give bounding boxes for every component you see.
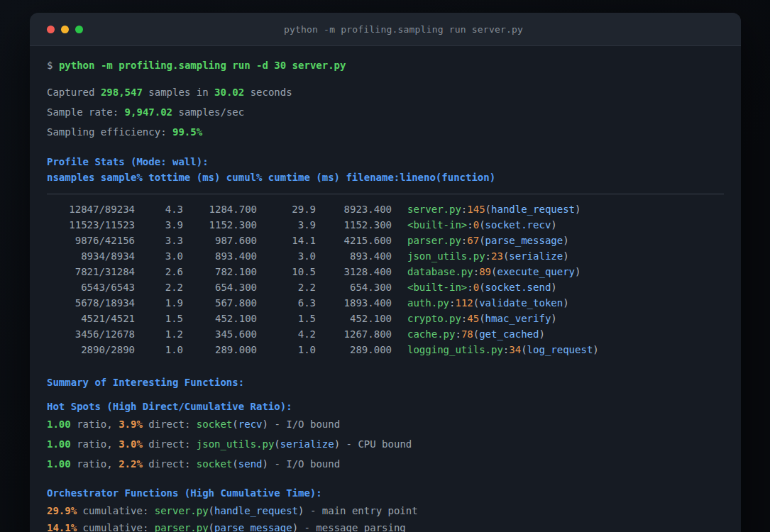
file-name: server.py — [407, 204, 461, 215]
role-note: - message parsing — [304, 522, 406, 532]
maximize-button-icon[interactable] — [75, 26, 83, 33]
table-row: 11523/115233.91152.3003.91152.300<built-… — [47, 217, 724, 233]
nsamples-cell: 12847/89234 — [47, 201, 135, 217]
hotspot-item: 1.00 ratio, 3.0% direct: json_utils.py(s… — [47, 436, 724, 452]
close-paren: ) — [551, 282, 556, 293]
cumtime-cell: 1152.300 — [316, 217, 392, 233]
sample-pct-cell: 4.3 — [135, 201, 183, 217]
close-paren: ) — [551, 313, 556, 324]
minimize-button-icon[interactable] — [61, 26, 69, 33]
file-name: database.py — [407, 266, 473, 277]
file-name: auth.py — [407, 297, 449, 309]
function-name: log_request — [527, 344, 593, 355]
sample-pct-cell: 3.0 — [135, 248, 183, 264]
sample-rate-line: Sample rate: 9,947.02 samples/sec — [47, 104, 724, 120]
function-name: hmac_verify — [485, 313, 551, 324]
close-paren: ) — [551, 219, 556, 231]
line-number: 0 — [473, 219, 479, 231]
sample-pct-cell: 2.6 — [135, 264, 183, 279]
cumtime-cell: 289.000 — [316, 342, 392, 358]
table-divider — [47, 194, 724, 194]
cumul-pct-cell: 1.0 — [257, 342, 316, 358]
hotspot-item: 1.00 ratio, 3.9% direct: socket(recv) - … — [47, 416, 724, 432]
profile-stats-heading: Profile Stats (Mode: wall): — [47, 154, 724, 170]
function-name: parse_message — [214, 522, 292, 532]
tottime-cell: 345.600 — [183, 326, 257, 342]
location-cell: auth.py:112(validate_token) — [407, 297, 569, 309]
cumtime-cell: 8923.400 — [316, 201, 392, 217]
sample-pct-cell: 3.9 — [135, 217, 183, 233]
tottime-cell: 893.400 — [183, 248, 257, 264]
close-paren: ) — [593, 344, 598, 355]
file-name: json_utils.py — [407, 250, 485, 262]
file-name: crypto.py — [407, 313, 461, 324]
window-title: python -m profiling.sampling run server.… — [83, 24, 724, 35]
direct-pct: 2.2% — [119, 458, 143, 470]
file-name: <built-in> — [407, 282, 467, 293]
function-name: send — [238, 458, 263, 470]
open-paren: ( — [209, 522, 214, 532]
table-row: 9876/421563.3987.60014.14215.600parser.p… — [47, 233, 724, 248]
colon: : — [473, 266, 479, 277]
module-name: json_utils.py — [197, 438, 275, 450]
cumul-pct-cell: 10.5 — [257, 264, 316, 279]
module-name: socket — [197, 458, 233, 470]
sample-pct-cell: 1.2 — [135, 326, 183, 342]
table-columns-header: nsamples sample% tottime (ms) cumul% cum… — [47, 170, 724, 185]
location-cell: <built-in>:0(socket.recv) — [407, 219, 557, 231]
nsamples-cell: 7821/31284 — [47, 264, 135, 279]
tottime-cell: 1284.700 — [183, 201, 257, 217]
function-name: handle_request — [214, 505, 298, 516]
line-number: 145 — [467, 204, 485, 215]
open-paren: ( — [232, 458, 238, 470]
open-paren: ( — [473, 297, 479, 309]
tottime-cell: 289.000 — [183, 342, 257, 358]
sample-pct-cell: 1.5 — [135, 311, 183, 326]
tottime-cell: 987.600 — [183, 233, 257, 248]
location-cell: <built-in>:0(socket.send) — [407, 282, 557, 293]
cumulative-pct: 14.1% — [47, 522, 77, 532]
close-paren: ) — [563, 297, 568, 309]
location-cell: logging_utils.py:34(log_request) — [407, 344, 599, 355]
module-name: parser.py — [155, 522, 209, 532]
efficiency-line: Sampling efficiency: 99.5% — [47, 124, 724, 140]
colon: : — [467, 219, 473, 231]
close-button-icon[interactable] — [47, 26, 55, 33]
open-paren: ( — [209, 505, 214, 516]
table-row: 6543/65432.2654.3002.2654.300<built-in>:… — [47, 279, 724, 295]
cumtime-cell: 1893.400 — [316, 295, 392, 311]
close-paren: ) — [575, 266, 581, 277]
open-paren: ( — [479, 219, 485, 231]
direct-pct: 3.0% — [119, 438, 143, 450]
close-paren: ) — [298, 505, 304, 516]
close-paren: ) — [563, 250, 568, 262]
function-name: socket.recv — [485, 219, 551, 231]
cumtime-cell: 4215.600 — [316, 233, 392, 248]
nsamples-cell: 9876/42156 — [47, 233, 135, 248]
line-number: 34 — [509, 344, 521, 355]
cumtime-cell: 452.100 — [316, 311, 392, 326]
close-paren: ) — [575, 204, 581, 215]
file-name: parser.py — [407, 235, 461, 246]
line-number: 89 — [479, 266, 491, 277]
location-cell: parser.py:67(parse_message) — [407, 235, 569, 246]
file-name: logging_utils.py — [407, 344, 503, 355]
orchestrator-item: 29.9% cumulative: server.py(handle_reque… — [47, 503, 724, 519]
open-paren: ( — [473, 328, 479, 340]
summary-heading: Summary of Interesting Functions: — [47, 375, 724, 390]
cumtime-cell: 1267.800 — [316, 326, 392, 342]
line-number: 45 — [467, 313, 479, 324]
efficiency-value: 99.5% — [172, 126, 202, 138]
table-row: 4521/45211.5452.1001.5452.100crypto.py:4… — [47, 311, 724, 326]
tottime-cell: 1152.300 — [183, 217, 257, 233]
samples-count: 298,547 — [101, 87, 143, 98]
captured-line: Captured 298,547 samples in 30.02 second… — [47, 84, 724, 100]
tottime-cell: 654.300 — [183, 279, 257, 295]
open-paren: ( — [521, 344, 527, 355]
location-cell: crypto.py:45(hmac_verify) — [407, 313, 557, 324]
bound-note: - I/O bound — [274, 458, 340, 470]
nsamples-cell: 3456/12678 — [47, 326, 135, 342]
open-paren: ( — [479, 235, 485, 246]
cumul-pct-cell: 14.1 — [257, 233, 316, 248]
sample-pct-cell: 1.0 — [135, 342, 183, 358]
